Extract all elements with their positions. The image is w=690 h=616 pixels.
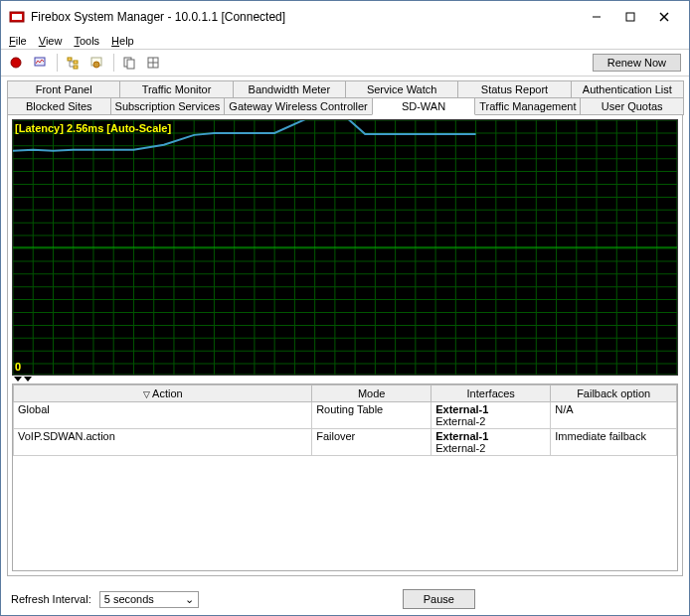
- cell-mode: Failover: [312, 429, 431, 456]
- toolbar-separator: [57, 54, 58, 72]
- toolbar-separator: [113, 54, 114, 72]
- svg-rect-8: [68, 58, 72, 61]
- cell-interfaces: External-1External-2: [431, 429, 551, 456]
- close-button[interactable]: [647, 6, 681, 28]
- titlebar: Firebox System Manager - 10.0.1.1 [Conne…: [1, 1, 689, 33]
- cell-action: Global: [14, 402, 312, 429]
- minimize-button[interactable]: [580, 6, 613, 28]
- cell-failback: N/A: [551, 402, 677, 429]
- window-title: Firebox System Manager - 10.0.1.1 [Conne…: [31, 10, 580, 24]
- splitter-handle[interactable]: [12, 376, 678, 384]
- chart-zero-label: 0: [15, 361, 21, 373]
- tab-service-watch[interactable]: Service Watch: [345, 80, 458, 97]
- svg-point-6: [11, 58, 21, 68]
- refresh-interval-label: Refresh Interval:: [11, 593, 91, 605]
- svg-point-12: [93, 62, 99, 68]
- cell-mode: Routing Table: [312, 402, 431, 429]
- cell-interfaces: External-1External-2: [431, 402, 551, 429]
- tab-authentication-list[interactable]: Authentication List: [571, 80, 684, 97]
- col-interfaces[interactable]: Interfaces: [431, 385, 551, 402]
- tab-row-1: Front Panel Traffic Monitor Bandwidth Me…: [7, 80, 683, 97]
- refresh-interval-value: 5 seconds: [104, 593, 154, 605]
- tab-subscription-services[interactable]: Subscription Services: [110, 97, 226, 115]
- bottom-bar: Refresh Interval: 5 seconds ⌄ Pause: [1, 583, 689, 615]
- tab-blocked-sites[interactable]: Blocked Sites: [7, 97, 111, 115]
- grid-icon[interactable]: [142, 52, 164, 74]
- tab-gateway-wireless-controller[interactable]: Gateway Wireless Controller: [224, 97, 372, 115]
- tab-traffic-management[interactable]: Traffic Management: [474, 97, 581, 115]
- tree-icon[interactable]: [62, 52, 84, 74]
- menubar: File View Tools Help: [1, 33, 689, 50]
- menu-view[interactable]: View: [39, 35, 63, 47]
- toolbar: Renew Now: [1, 50, 689, 77]
- menu-file[interactable]: File: [9, 35, 27, 47]
- svg-rect-10: [74, 66, 78, 69]
- tab-user-quotas[interactable]: User Quotas: [580, 97, 684, 115]
- cell-action: VoIP.SDWAN.action: [14, 429, 312, 456]
- chart-canvas: [13, 120, 677, 375]
- svg-rect-9: [74, 61, 78, 64]
- svg-marker-75: [24, 377, 32, 382]
- cert-icon[interactable]: [86, 52, 107, 74]
- menu-help[interactable]: Help: [111, 35, 134, 47]
- col-failback[interactable]: Failback option: [551, 385, 677, 402]
- record-icon[interactable]: [5, 52, 27, 74]
- pause-button[interactable]: Pause: [403, 589, 475, 609]
- svg-rect-14: [127, 60, 134, 69]
- col-action[interactable]: Action: [14, 385, 312, 402]
- table-row[interactable]: GlobalRouting TableExternal-1External-2N…: [14, 402, 677, 429]
- sdwan-table: Action Mode Interfaces Failback option G…: [12, 384, 678, 571]
- cell-failback: Immediate failback: [551, 429, 677, 456]
- latency-chart: [Latency] 2.56ms [Auto-Scale] 0: [12, 119, 678, 376]
- window-controls: [580, 6, 681, 28]
- tab-front-panel[interactable]: Front Panel: [7, 80, 120, 97]
- tabs-area: Front Panel Traffic Monitor Bandwidth Me…: [1, 77, 689, 115]
- app-icon: [9, 9, 25, 25]
- tab-row-2: Blocked Sites Subscription Services Gate…: [7, 97, 683, 115]
- tab-sd-wan[interactable]: SD-WAN: [372, 97, 476, 115]
- table-row[interactable]: VoIP.SDWAN.actionFailoverExternal-1Exter…: [14, 429, 677, 456]
- monitor-icon[interactable]: [29, 52, 51, 74]
- chart-title: [Latency] 2.56ms [Auto-Scale]: [15, 122, 171, 134]
- tab-bandwidth-meter[interactable]: Bandwidth Meter: [233, 80, 346, 97]
- svg-marker-74: [14, 377, 22, 382]
- tab-status-report[interactable]: Status Report: [457, 80, 571, 97]
- maximize-button[interactable]: [613, 6, 647, 28]
- menu-tools[interactable]: Tools: [74, 35, 99, 47]
- chevron-down-icon: ⌄: [185, 593, 194, 606]
- tab-traffic-monitor[interactable]: Traffic Monitor: [119, 80, 233, 97]
- content-panel: [Latency] 2.56ms [Auto-Scale] 0 Action M…: [7, 114, 683, 576]
- svg-rect-3: [626, 13, 634, 21]
- copy-icon[interactable]: [118, 52, 140, 74]
- svg-rect-1: [12, 14, 22, 20]
- refresh-interval-select[interactable]: 5 seconds ⌄: [99, 591, 199, 608]
- col-mode[interactable]: Mode: [312, 385, 431, 402]
- renew-now-button[interactable]: Renew Now: [593, 54, 681, 72]
